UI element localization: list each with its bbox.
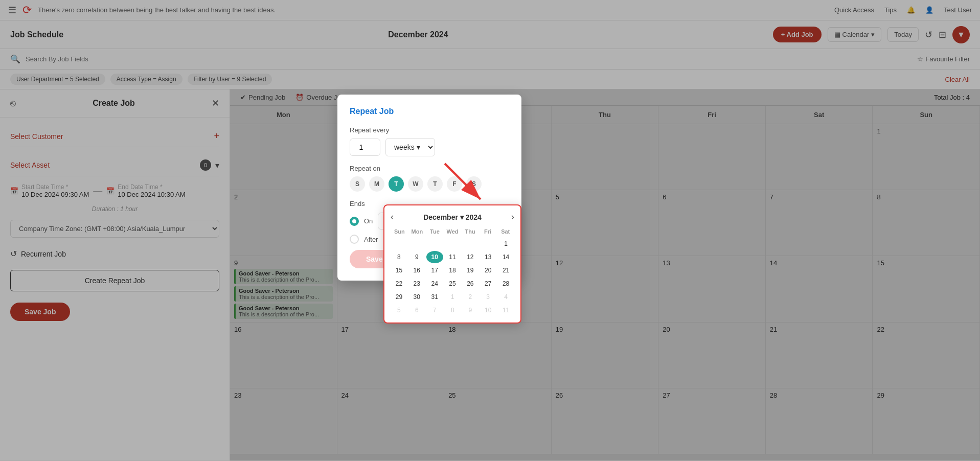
cal-popup-day-sat: Sat: [496, 227, 514, 236]
repeat-unit-select[interactable]: weeks ▾ days months years: [385, 138, 435, 156]
cal-popup-day-wed: Wed: [444, 227, 462, 236]
cal-popup-prev-button[interactable]: ‹: [391, 212, 394, 222]
cal-popup-cell[interactable]: 10: [426, 251, 443, 263]
cal-popup-cell[interactable]: 1: [497, 238, 514, 250]
cal-popup-cell[interactable]: 26: [462, 278, 478, 290]
cal-popup-cell[interactable]: 30: [408, 291, 425, 303]
cal-popup-cell[interactable]: 25: [444, 278, 461, 290]
cal-popup-cell[interactable]: 15: [391, 264, 407, 276]
cal-popup-cell[interactable]: 23: [408, 278, 425, 290]
cal-popup-cell[interactable]: 5: [391, 304, 407, 316]
cal-popup-next-button[interactable]: ›: [511, 212, 514, 222]
cal-popup-days-header: Sun Mon Tue Wed Thu Fri Sat: [391, 227, 514, 236]
cal-popup-cell[interactable]: 16: [408, 264, 425, 276]
cal-popup-cell[interactable]: 13: [480, 251, 496, 263]
cal-popup-cell[interactable]: 7: [426, 304, 443, 316]
cal-popup-cell[interactable]: [408, 238, 425, 250]
cal-popup-cell[interactable]: [391, 238, 407, 250]
cal-popup-day-thu: Thu: [461, 227, 479, 236]
day-thursday[interactable]: T: [427, 176, 443, 192]
modal-title: Repeat Job: [350, 107, 509, 116]
cal-popup-cell[interactable]: 11: [444, 251, 461, 263]
cal-popup-cell[interactable]: 10: [480, 304, 496, 316]
ends-after-radio[interactable]: [350, 235, 359, 244]
day-sunday[interactable]: S: [350, 176, 365, 192]
cal-popup-cell[interactable]: 28: [497, 278, 514, 290]
repeat-number-input[interactable]: [350, 139, 380, 156]
day-wednesday[interactable]: W: [408, 176, 423, 192]
calendar-date-picker: ‹ December ▾ 2024 › Sun Mon Tue Wed Thu …: [383, 204, 521, 324]
cal-popup-cell[interactable]: [462, 238, 478, 250]
cal-popup-cell[interactable]: 21: [497, 264, 514, 276]
cal-popup-cell[interactable]: 3: [480, 291, 496, 303]
cal-popup-cell[interactable]: [444, 238, 461, 250]
cal-popup-day-tue: Tue: [426, 227, 444, 236]
cal-popup-cell[interactable]: 19: [462, 264, 478, 276]
day-tuesday[interactable]: T: [389, 176, 404, 192]
cal-popup-cell[interactable]: 17: [426, 264, 443, 276]
day-monday[interactable]: M: [369, 176, 384, 192]
cal-popup-cell[interactable]: 1: [444, 291, 461, 303]
cal-popup-cell[interactable]: [480, 238, 496, 250]
repeat-on-days: S M T W T F S: [350, 176, 509, 192]
cal-popup-cell[interactable]: 4: [497, 291, 514, 303]
cal-popup-cell[interactable]: [426, 238, 443, 250]
cal-popup-day-sun: Sun: [391, 227, 408, 236]
day-friday[interactable]: F: [447, 176, 462, 192]
cal-popup-cell[interactable]: 11: [497, 304, 514, 316]
repeat-every-section: Repeat every weeks ▾ days months years: [350, 126, 509, 156]
cal-popup-header: ‹ December ▾ 2024 ›: [391, 212, 514, 222]
cal-popup-cell[interactable]: 20: [480, 264, 496, 276]
repeat-on-section: Repeat on S M T W T F S: [350, 165, 509, 192]
repeat-on-label: Repeat on: [350, 165, 509, 172]
cal-popup-cell[interactable]: 29: [391, 291, 407, 303]
ends-on-radio[interactable]: [350, 217, 359, 226]
cal-popup-cell[interactable]: 9: [462, 304, 478, 316]
cal-popup-grid: 1891011121314151617181920212223242526272…: [391, 238, 514, 316]
cal-popup-cell[interactable]: 18: [444, 264, 461, 276]
cal-popup-cell[interactable]: 27: [480, 278, 496, 290]
day-saturday[interactable]: S: [466, 176, 482, 192]
cal-popup-cell[interactable]: 2: [462, 291, 478, 303]
ends-on-label: On: [364, 217, 373, 225]
cal-popup-cell[interactable]: 14: [497, 251, 514, 263]
cal-popup-cell[interactable]: 12: [462, 251, 478, 263]
cal-popup-cell[interactable]: 9: [408, 251, 425, 263]
cal-popup-day-mon: Mon: [408, 227, 426, 236]
cal-popup-cell[interactable]: 22: [391, 278, 407, 290]
cal-popup-cell[interactable]: 6: [408, 304, 425, 316]
cal-popup-month-year: December ▾ 2024: [423, 213, 482, 221]
cal-popup-cell[interactable]: 24: [426, 278, 443, 290]
cal-popup-cell[interactable]: 8: [391, 251, 407, 263]
ends-after-label: After: [364, 236, 378, 243]
cal-popup-cell[interactable]: 8: [444, 304, 461, 316]
cal-popup-day-fri: Fri: [479, 227, 497, 236]
repeat-every-row: weeks ▾ days months years: [350, 138, 509, 156]
cal-popup-cell[interactable]: 31: [426, 291, 443, 303]
repeat-every-label: Repeat every: [350, 126, 509, 134]
